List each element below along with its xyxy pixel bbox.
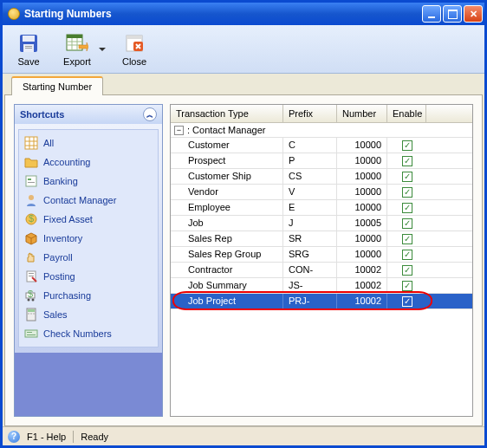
svg-rect-4 [25, 48, 32, 49]
shortcut-item-contact-manager[interactable]: Contact Manager [21, 191, 156, 210]
tab-starting-number[interactable]: Starting Number [11, 76, 103, 95]
enable-checkbox[interactable]: ✓ [402, 281, 412, 291]
cell-enable: ✓ [387, 231, 426, 246]
svg-rect-33 [28, 309, 35, 312]
svg-rect-34 [28, 313, 29, 315]
cell-prefix: V [283, 185, 337, 199]
svg-rect-1 [23, 36, 35, 42]
col-header-type[interactable]: Transaction Type [171, 105, 283, 122]
grid-panel: Transaction Type Prefix Number Enable − … [170, 104, 473, 417]
app-icon [8, 8, 20, 20]
export-button[interactable]: Export [56, 29, 98, 70]
cell-number: 10000 [337, 169, 387, 184]
shortcut-item-check-numbers[interactable]: Check Numbers [21, 324, 156, 343]
toolbar: Save Export Close [3, 25, 484, 74]
maximize-button[interactable] [443, 5, 462, 23]
shortcut-item-inventory[interactable]: Inventory [21, 229, 156, 248]
save-icon [17, 32, 40, 55]
enable-checkbox[interactable]: ✓ [402, 187, 412, 198]
cart-icon: $ [24, 289, 38, 302]
col-header-prefix[interactable]: Prefix [283, 105, 337, 122]
shortcut-item-payroll[interactable]: Payroll [21, 248, 156, 267]
svg-rect-6 [67, 35, 82, 38]
table-row[interactable]: Job ProjectPRJ-10002✓ [171, 294, 472, 309]
col-header-enable[interactable]: Enable [387, 105, 426, 122]
table-row[interactable]: Sales Rep GroupSRG10000✓ [171, 247, 472, 263]
cell-number: 10000 [337, 153, 387, 168]
svg-rect-19 [26, 176, 36, 186]
table-row[interactable]: JobJ10005✓ [171, 216, 472, 231]
shortcut-item-posting[interactable]: Posting [21, 267, 156, 286]
shortcut-label: Sales [43, 309, 68, 320]
box-icon [24, 231, 38, 245]
cell-enable: ✓ [387, 216, 426, 230]
post-icon [24, 269, 38, 283]
cell-number: 10005 [337, 216, 387, 230]
cell-type: Employee [171, 200, 283, 215]
window-title: Starting Numbers [24, 8, 422, 20]
minimize-button[interactable] [422, 5, 441, 23]
close-icon [123, 32, 146, 55]
shortcut-item-all[interactable]: All [21, 133, 156, 153]
save-button[interactable]: Save [8, 29, 49, 70]
cell-type: Prospect [171, 153, 283, 168]
table-row[interactable]: EmployeeE10000✓ [171, 200, 472, 216]
enable-checkbox[interactable]: ✓ [402, 218, 412, 229]
svg-rect-38 [27, 332, 32, 333]
table-row[interactable]: Sales RepSR10000✓ [171, 231, 472, 247]
shortcut-item-fixed-asset[interactable]: $Fixed Asset [21, 210, 156, 229]
enable-checkbox[interactable]: ✓ [402, 296, 412, 307]
enable-checkbox[interactable]: ✓ [402, 172, 412, 182]
svg-rect-36 [33, 313, 35, 315]
shortcut-item-accounting[interactable]: Accounting [21, 153, 156, 172]
svg-rect-27 [29, 276, 34, 276]
shortcut-item-banking[interactable]: Banking [21, 172, 156, 191]
table-row[interactable]: Customer ShipCS10000✓ [171, 169, 472, 185]
shortcuts-title: Shortcuts [20, 109, 64, 120]
cell-type: Job [171, 216, 283, 230]
cell-type: Vendor [171, 185, 283, 199]
group-row[interactable]: − : Contact Manager [171, 123, 472, 138]
status-separator [73, 431, 74, 443]
group-collapse-icon[interactable]: − [174, 126, 184, 135]
table-row[interactable]: ContractorCON-10002✓ [171, 263, 472, 278]
grid-body: − : Contact Manager CustomerC10000✓Prosp… [171, 123, 472, 309]
enable-checkbox[interactable]: ✓ [402, 265, 412, 276]
enable-checkbox[interactable]: ✓ [402, 250, 412, 260]
tab-body: Shortcuts ︽ AllAccountingBankingContact … [4, 94, 483, 426]
close-window-button[interactable] [464, 5, 483, 23]
app-window: Starting Numbers Save Export [0, 0, 487, 448]
help-icon[interactable]: ? [8, 431, 20, 443]
table-row[interactable]: ProspectP10000✓ [171, 153, 472, 169]
cell-enable: ✓ [387, 153, 426, 168]
tab-row: Starting Number [4, 75, 483, 94]
enable-checkbox[interactable]: ✓ [402, 234, 412, 244]
cell-number: 10002 [337, 263, 387, 277]
close-button[interactable]: Close [114, 29, 155, 70]
svg-rect-3 [25, 46, 32, 47]
col-header-number[interactable]: Number [337, 105, 387, 122]
folder-icon [24, 155, 38, 169]
grid-icon [24, 136, 38, 150]
grid-header: Transaction Type Prefix Number Enable [171, 105, 472, 123]
collapse-button[interactable]: ︽ [143, 107, 157, 121]
shortcut-item-purchasing[interactable]: $Purchasing [21, 286, 156, 305]
close-label: Close [122, 56, 146, 67]
table-row[interactable]: CustomerC10000✓ [171, 138, 472, 153]
table-row[interactable]: Job SummaryJS-10002✓ [171, 278, 472, 294]
export-dropdown-button[interactable] [98, 29, 107, 70]
contact-icon [24, 193, 38, 207]
table-row[interactable]: VendorV10000✓ [171, 185, 472, 200]
shortcut-item-sales[interactable]: Sales [21, 305, 156, 324]
svg-text:$: $ [28, 289, 33, 299]
svg-rect-14 [25, 137, 37, 149]
enable-checkbox[interactable]: ✓ [402, 156, 412, 166]
status-help[interactable]: F1 - Help [27, 432, 66, 442]
cell-number: 10000 [337, 231, 387, 246]
cell-prefix: J [283, 216, 337, 230]
enable-checkbox[interactable]: ✓ [402, 140, 412, 151]
status-bar: ? F1 - Help Ready [3, 426, 484, 445]
cell-number: 10000 [337, 138, 387, 153]
enable-checkbox[interactable]: ✓ [402, 203, 412, 213]
cell-prefix: SR [283, 231, 337, 246]
